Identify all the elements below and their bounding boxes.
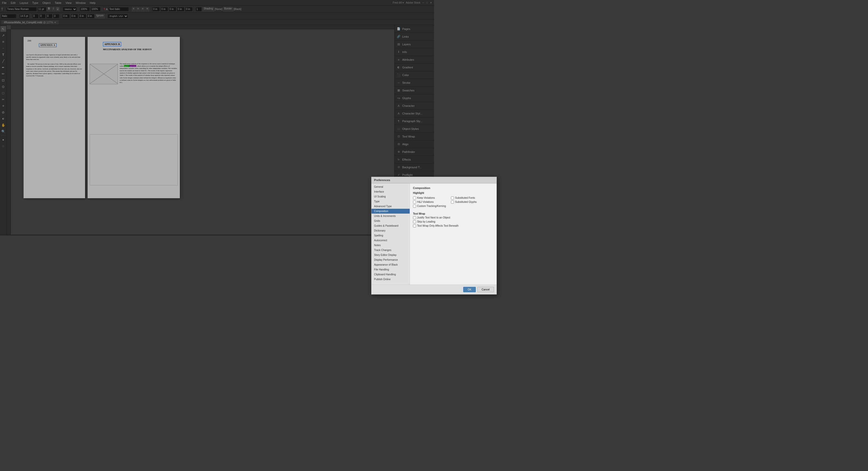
justify-text-label: Justify Text Next to an Object xyxy=(417,216,434,219)
pref-item-interface[interactable]: Interface xyxy=(371,189,410,194)
preferences-title: Preferences xyxy=(374,179,390,182)
preferences-body: General Interface UI Scaling Type Advanc… xyxy=(371,183,434,236)
preferences-content: Composition Highlight Keep Violations H&… xyxy=(410,183,434,236)
composition-title: Composition xyxy=(413,186,434,190)
highlight-section-label: Highlight xyxy=(413,192,434,194)
custom-tracking-row: Custom Tracking/Kerning xyxy=(413,205,434,208)
keep-violations-check[interactable] xyxy=(413,196,416,199)
pref-item-dictionary[interactable]: Dictionary xyxy=(371,228,410,233)
skip-leading-row: Skip by Leading xyxy=(413,220,434,223)
pref-item-advanced-type[interactable]: Advanced Type xyxy=(371,204,410,209)
pref-item-composition[interactable]: Composition xyxy=(371,209,410,214)
pref-item-ui-scaling[interactable]: UI Scaling xyxy=(371,194,410,199)
wrap-affects-row: Text Wrap Only Affects Text Beneath xyxy=(413,224,434,227)
custom-tracking-label: Custom Tracking/Kerning xyxy=(417,205,434,208)
pref-item-units[interactable]: Units & Increments xyxy=(371,214,410,218)
justify-text-check[interactable] xyxy=(413,216,416,219)
keep-violations-row: Keep Violations xyxy=(413,196,434,199)
preferences-overlay: Preferences General Interface UI Scaling… xyxy=(0,0,434,236)
preferences-dialog: Preferences General Interface UI Scaling… xyxy=(371,177,434,236)
hj-violations-row: H&J Violations xyxy=(413,200,434,203)
pref-item-grids[interactable]: Grids xyxy=(371,218,410,223)
preferences-title-bar: Preferences xyxy=(371,177,434,183)
hj-violations-label: H&J Violations xyxy=(417,200,434,203)
wrap-affects-check[interactable] xyxy=(413,224,416,227)
preferences-sidebar: General Interface UI Scaling Type Advanc… xyxy=(371,183,410,236)
skip-leading-label: Skip by Leading xyxy=(417,220,434,223)
justify-text-row: Justify Text Next to an Object xyxy=(413,216,434,219)
custom-tracking-check[interactable] xyxy=(413,205,416,208)
pref-item-guides[interactable]: Guides & Pasteboard xyxy=(371,223,410,228)
pref-item-general[interactable]: General xyxy=(371,184,410,189)
wrap-affects-label: Text Wrap Only Affects Text Beneath xyxy=(417,224,434,227)
skip-leading-check[interactable] xyxy=(413,220,416,223)
keep-violations-label: Keep Violations xyxy=(417,196,434,199)
pref-item-type[interactable]: Type xyxy=(371,199,410,204)
textwrap-section-label: Text Wrap xyxy=(413,212,434,215)
pref-item-spelling[interactable]: Spelling xyxy=(371,233,410,236)
hj-violations-check[interactable] xyxy=(413,200,416,203)
